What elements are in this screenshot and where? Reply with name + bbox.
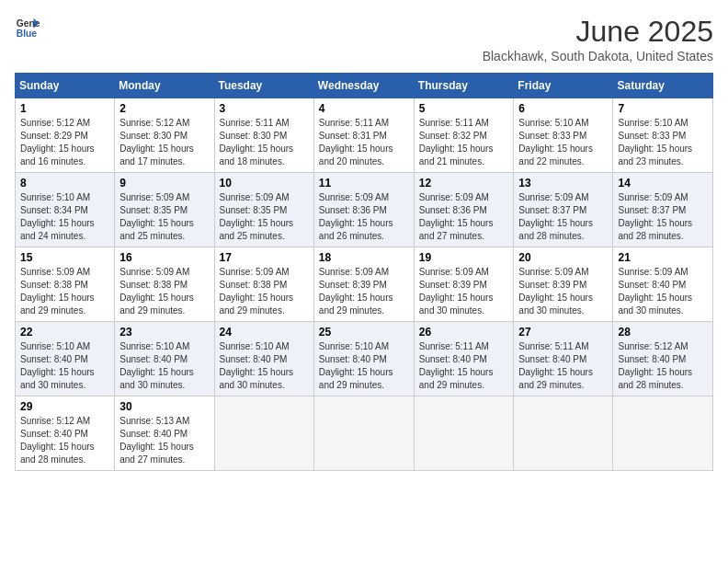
day-number: 9 (119, 177, 209, 190)
calendar-cell: 19Sunrise: 5:09 AMSunset: 8:39 PMDayligh… (414, 247, 514, 322)
calendar-cell: 1Sunrise: 5:12 AMSunset: 8:29 PMDaylight… (16, 98, 115, 173)
day-info: Sunrise: 5:12 AMSunset: 8:40 PMDaylight:… (20, 415, 109, 466)
weekday-header-friday: Friday (514, 74, 613, 98)
day-info: Sunrise: 5:09 AMSunset: 8:38 PMDaylight:… (119, 266, 209, 317)
day-info: Sunrise: 5:09 AMSunset: 8:35 PMDaylight:… (119, 191, 209, 243)
calendar-week-row: 29Sunrise: 5:12 AMSunset: 8:40 PMDayligh… (16, 396, 713, 471)
calendar-cell: 3Sunrise: 5:11 AMSunset: 8:30 PMDaylight… (214, 98, 313, 173)
calendar-cell (613, 396, 713, 471)
day-number: 6 (518, 102, 608, 115)
day-number: 26 (419, 326, 509, 339)
calendar-cell (214, 396, 313, 471)
day-info: Sunrise: 5:10 AMSunset: 8:40 PMDaylight:… (119, 340, 209, 392)
day-info: Sunrise: 5:11 AMSunset: 8:40 PMDaylight:… (419, 340, 509, 392)
day-number: 28 (618, 326, 708, 339)
calendar-cell: 26Sunrise: 5:11 AMSunset: 8:40 PMDayligh… (414, 322, 514, 396)
calendar-cell: 27Sunrise: 5:11 AMSunset: 8:40 PMDayligh… (514, 322, 613, 396)
calendar-week-row: 8Sunrise: 5:10 AMSunset: 8:34 PMDaylight… (16, 173, 713, 247)
calendar-cell: 25Sunrise: 5:10 AMSunset: 8:40 PMDayligh… (313, 322, 414, 396)
calendar-cell: 21Sunrise: 5:09 AMSunset: 8:40 PMDayligh… (613, 247, 713, 322)
calendar-cell: 16Sunrise: 5:09 AMSunset: 8:38 PMDayligh… (115, 247, 214, 322)
weekday-header-saturday: Saturday (613, 74, 713, 98)
day-number: 24 (220, 326, 309, 339)
calendar-cell: 7Sunrise: 5:10 AMSunset: 8:33 PMDaylight… (613, 98, 713, 173)
weekday-header-sunday: Sunday (16, 74, 115, 98)
calendar-week-row: 22Sunrise: 5:10 AMSunset: 8:40 PMDayligh… (16, 322, 713, 396)
calendar-cell: 9Sunrise: 5:09 AMSunset: 8:35 PMDaylight… (115, 173, 214, 247)
svg-text:Blue: Blue (17, 29, 38, 39)
day-info: Sunrise: 5:11 AMSunset: 8:31 PMDaylight:… (319, 117, 409, 168)
title-area: June 2025 Blackhawk, South Dakota, Unite… (483, 15, 713, 63)
calendar-cell: 13Sunrise: 5:09 AMSunset: 8:37 PMDayligh… (514, 173, 613, 247)
day-info: Sunrise: 5:09 AMSunset: 8:40 PMDaylight:… (618, 266, 708, 317)
calendar-cell: 24Sunrise: 5:10 AMSunset: 8:40 PMDayligh… (214, 322, 313, 396)
calendar-title: June 2025 (483, 15, 713, 49)
day-info: Sunrise: 5:09 AMSunset: 8:38 PMDaylight:… (220, 266, 309, 317)
day-number: 4 (319, 102, 409, 115)
calendar-cell: 12Sunrise: 5:09 AMSunset: 8:36 PMDayligh… (414, 173, 514, 247)
logo-icon: General Blue (15, 15, 40, 40)
day-info: Sunrise: 5:10 AMSunset: 8:34 PMDaylight:… (20, 191, 109, 243)
calendar-cell: 8Sunrise: 5:10 AMSunset: 8:34 PMDaylight… (16, 173, 115, 247)
day-info: Sunrise: 5:09 AMSunset: 8:37 PMDaylight:… (618, 191, 708, 243)
day-info: Sunrise: 5:10 AMSunset: 8:40 PMDaylight:… (319, 340, 409, 392)
calendar-cell: 10Sunrise: 5:09 AMSunset: 8:35 PMDayligh… (214, 173, 313, 247)
day-info: Sunrise: 5:09 AMSunset: 8:36 PMDaylight:… (419, 191, 509, 243)
day-number: 19 (419, 251, 509, 264)
day-number: 29 (20, 400, 109, 413)
calendar-table: SundayMondayTuesdayWednesdayThursdayFrid… (15, 73, 713, 471)
day-info: Sunrise: 5:09 AMSunset: 8:35 PMDaylight:… (220, 191, 309, 243)
weekday-header-thursday: Thursday (414, 74, 514, 98)
calendar-cell: 6Sunrise: 5:10 AMSunset: 8:33 PMDaylight… (514, 98, 613, 173)
day-number: 17 (220, 251, 309, 264)
calendar-cell: 2Sunrise: 5:12 AMSunset: 8:30 PMDaylight… (115, 98, 214, 173)
day-info: Sunrise: 5:11 AMSunset: 8:40 PMDaylight:… (518, 340, 608, 392)
day-number: 20 (518, 251, 608, 264)
calendar-cell (414, 396, 514, 471)
day-info: Sunrise: 5:12 AMSunset: 8:29 PMDaylight:… (20, 117, 109, 168)
logo: General Blue (15, 15, 40, 40)
day-info: Sunrise: 5:11 AMSunset: 8:32 PMDaylight:… (419, 117, 509, 168)
calendar-week-row: 15Sunrise: 5:09 AMSunset: 8:38 PMDayligh… (16, 247, 713, 322)
day-number: 2 (119, 102, 209, 115)
day-info: Sunrise: 5:11 AMSunset: 8:30 PMDaylight:… (220, 117, 309, 168)
calendar-cell: 22Sunrise: 5:10 AMSunset: 8:40 PMDayligh… (16, 322, 115, 396)
day-number: 21 (618, 251, 708, 264)
calendar-cell: 14Sunrise: 5:09 AMSunset: 8:37 PMDayligh… (613, 173, 713, 247)
day-info: Sunrise: 5:13 AMSunset: 8:40 PMDaylight:… (119, 415, 209, 466)
calendar-cell: 29Sunrise: 5:12 AMSunset: 8:40 PMDayligh… (16, 396, 115, 471)
calendar-cell: 4Sunrise: 5:11 AMSunset: 8:31 PMDaylight… (313, 98, 414, 173)
day-info: Sunrise: 5:12 AMSunset: 8:40 PMDaylight:… (618, 340, 708, 392)
day-number: 7 (618, 102, 708, 115)
calendar-cell (514, 396, 613, 471)
day-number: 12 (419, 177, 509, 190)
calendar-cell: 11Sunrise: 5:09 AMSunset: 8:36 PMDayligh… (313, 173, 414, 247)
day-number: 8 (20, 177, 109, 190)
weekday-header-wednesday: Wednesday (313, 74, 414, 98)
day-info: Sunrise: 5:09 AMSunset: 8:38 PMDaylight:… (20, 266, 109, 317)
day-number: 30 (119, 400, 209, 413)
day-info: Sunrise: 5:10 AMSunset: 8:33 PMDaylight:… (618, 117, 708, 168)
day-info: Sunrise: 5:09 AMSunset: 8:39 PMDaylight:… (319, 266, 409, 317)
calendar-cell: 18Sunrise: 5:09 AMSunset: 8:39 PMDayligh… (313, 247, 414, 322)
calendar-cell: 30Sunrise: 5:13 AMSunset: 8:40 PMDayligh… (115, 396, 214, 471)
day-number: 16 (119, 251, 209, 264)
calendar-cell: 17Sunrise: 5:09 AMSunset: 8:38 PMDayligh… (214, 247, 313, 322)
day-info: Sunrise: 5:10 AMSunset: 8:40 PMDaylight:… (20, 340, 109, 392)
calendar-cell: 20Sunrise: 5:09 AMSunset: 8:39 PMDayligh… (514, 247, 613, 322)
day-info: Sunrise: 5:09 AMSunset: 8:39 PMDaylight:… (518, 266, 608, 317)
calendar-cell: 28Sunrise: 5:12 AMSunset: 8:40 PMDayligh… (613, 322, 713, 396)
day-info: Sunrise: 5:09 AMSunset: 8:37 PMDaylight:… (518, 191, 608, 243)
day-number: 3 (220, 102, 309, 115)
day-number: 14 (618, 177, 708, 190)
day-number: 13 (518, 177, 608, 190)
day-number: 27 (518, 326, 608, 339)
calendar-subtitle: Blackhawk, South Dakota, United States (483, 49, 713, 63)
day-number: 18 (319, 251, 409, 264)
day-number: 15 (20, 251, 109, 264)
calendar-cell (313, 396, 414, 471)
header: General Blue June 2025 Blackhawk, South … (15, 15, 713, 63)
calendar-week-row: 1Sunrise: 5:12 AMSunset: 8:29 PMDaylight… (16, 98, 713, 173)
day-number: 23 (119, 326, 209, 339)
day-number: 25 (319, 326, 409, 339)
